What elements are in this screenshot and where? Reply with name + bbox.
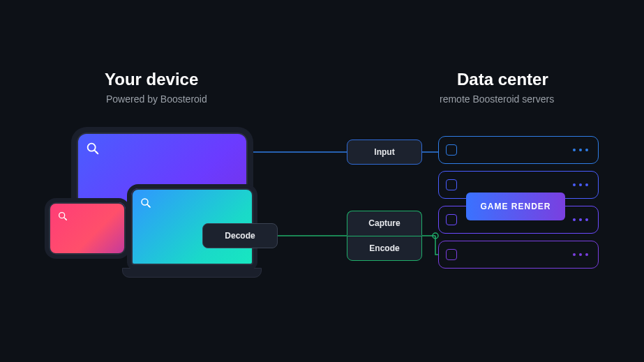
device-tablet-small xyxy=(49,202,126,255)
input-chip: Input xyxy=(347,139,422,165)
server-indicator-icon xyxy=(446,144,457,156)
left-subtitle: Powered by Boosteroid xyxy=(106,93,207,105)
capture-chip: Capture xyxy=(347,211,422,236)
ellipsis-icon xyxy=(573,253,588,256)
ellipsis-icon xyxy=(573,183,588,186)
server-row xyxy=(438,241,599,269)
server-indicator-icon xyxy=(446,179,457,190)
encode-chip: Encode xyxy=(347,236,422,261)
game-render-badge: GAME RENDER xyxy=(466,193,565,220)
svg-point-1 xyxy=(433,233,438,239)
magnifier-icon xyxy=(57,211,68,222)
left-title: Your device xyxy=(105,70,198,89)
right-title: Data center xyxy=(457,70,548,89)
magnifier-icon xyxy=(85,141,100,156)
ellipsis-icon xyxy=(573,218,588,221)
device-group xyxy=(49,133,286,293)
right-subtitle: remote Boosteroid servers xyxy=(440,93,554,105)
magnifier-icon xyxy=(140,197,152,209)
decode-chip: Decode xyxy=(202,223,278,248)
server-indicator-icon xyxy=(446,214,457,225)
ellipsis-icon xyxy=(573,149,588,151)
server-row xyxy=(438,136,599,164)
server-indicator-icon xyxy=(446,249,457,260)
